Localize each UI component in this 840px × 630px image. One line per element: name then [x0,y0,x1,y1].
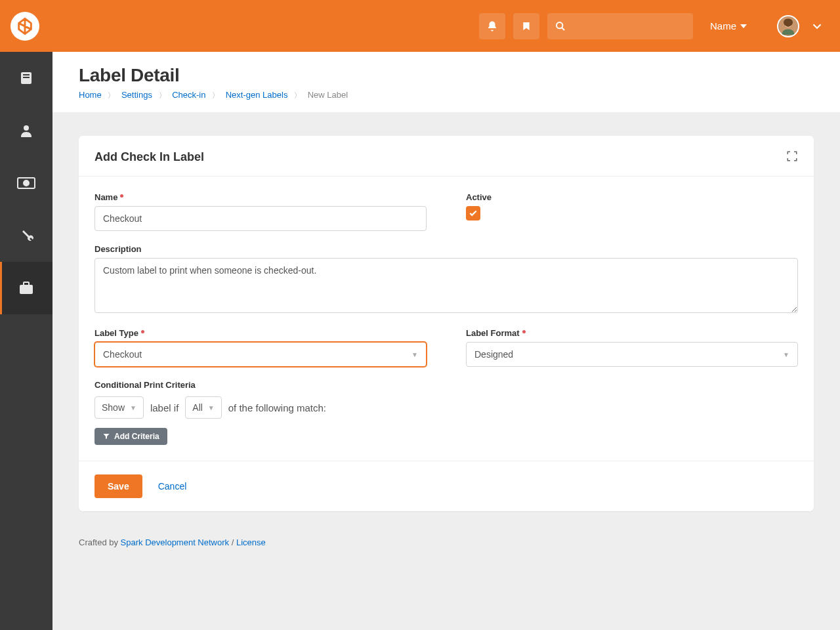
caret-down-icon: ▼ [783,351,789,358]
panel-title: Add Check In Label [94,150,204,164]
name-label: Name [94,192,427,202]
svg-point-0 [556,22,562,28]
user-menu-toggle[interactable] [812,22,822,31]
search-icon [555,21,566,32]
breadcrumb-link[interactable]: Home [79,90,102,100]
required-indicator [141,330,144,333]
label-type-select[interactable]: Checkout ▼ [94,342,427,367]
sidebar-item-money[interactable] [0,157,52,209]
description-input[interactable] [94,258,798,313]
criteria-text: of the following match: [228,402,326,413]
chevron-down-icon [812,22,822,31]
breadcrumb-link[interactable]: Next-gen Labels [226,90,288,100]
chevron-right-icon: 〉 [212,91,219,99]
criteria-show-select[interactable]: Show ▼ [94,396,144,419]
required-indicator [120,194,123,198]
bookmarks-button[interactable] [513,13,539,39]
panel: Add Check In Label Name [79,136,814,511]
caret-down-icon [740,23,747,30]
chevron-right-icon: 〉 [294,91,301,99]
check-icon [469,209,478,218]
topbar: Name [0,0,840,52]
caret-down-icon: ▼ [130,404,136,411]
criteria-label: Conditional Print Criteria [94,380,798,390]
required-indicator [522,330,526,333]
svg-point-9 [24,180,29,186]
cancel-button[interactable]: Cancel [158,481,187,492]
add-criteria-button[interactable]: Add Criteria [94,428,167,445]
money-icon [17,177,35,189]
person-icon [18,123,34,138]
sidebar-item-tools[interactable] [0,209,52,262]
breadcrumb-link[interactable]: Check-in [172,90,205,100]
app-logo[interactable] [10,12,39,41]
sidebar-item-admin[interactable] [0,262,52,314]
svg-point-7 [24,125,29,131]
fullscreen-button[interactable] [786,150,798,164]
book-icon [18,70,34,86]
description-label: Description [94,244,798,254]
bookmark-icon [521,20,532,32]
chevron-right-icon: 〉 [159,91,166,99]
active-checkbox[interactable] [466,206,480,220]
criteria-all-select[interactable]: All ▼ [185,396,221,419]
notifications-button[interactable] [479,13,505,39]
footer-text: Crafted by Spark Development Network / L… [79,537,814,574]
sidebar-item-person[interactable] [0,104,52,157]
breadcrumb-link[interactable]: Settings [121,90,152,100]
bell-icon [486,20,498,32]
name-input[interactable] [94,206,427,231]
svg-line-1 [562,28,564,30]
caret-down-icon: ▼ [411,351,418,358]
user-avatar[interactable] [777,15,799,37]
sidebar-item-book[interactable] [0,52,52,104]
page-title: Label Detail [79,65,814,86]
caret-down-icon: ▼ [208,404,215,411]
chevron-right-icon: 〉 [108,91,115,99]
svg-rect-5 [23,74,30,75]
breadcrumb-current: New Label [308,90,348,100]
footer-org-link[interactable]: Spark Development Network [121,537,229,547]
briefcase-icon [18,281,34,295]
filter-icon [102,432,110,440]
active-label: Active [466,192,798,202]
page-header: Label Detail Home 〉 Settings 〉 Check-in … [52,52,840,112]
svg-rect-6 [23,77,30,78]
search-type-label: Name [710,20,736,32]
search-type-select[interactable]: Name [701,13,756,39]
footer-license-link[interactable]: License [236,537,266,547]
svg-rect-10 [20,285,33,294]
criteria-text: label if [150,402,178,413]
label-format-label: Label Format [466,328,798,338]
label-format-select[interactable]: Designed ▼ [466,342,798,367]
label-type-label: Label Type [94,328,427,338]
search-box[interactable] [547,13,693,39]
sidebar [0,52,52,630]
wrench-icon [18,228,34,243]
breadcrumb: Home 〉 Settings 〉 Check-in 〉 Next-gen La… [79,90,814,100]
expand-icon [786,150,798,162]
save-button[interactable]: Save [94,474,142,498]
